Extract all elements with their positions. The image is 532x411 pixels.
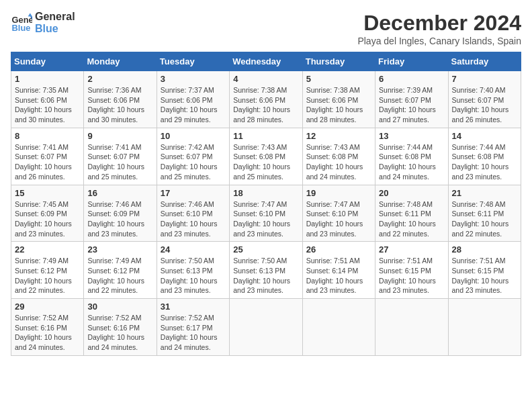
day-info: Sunrise: 7:46 AM Sunset: 6:10 PM Dayligh…: [161, 199, 226, 239]
day-number: 30: [87, 302, 152, 312]
calendar-cell: 25Sunrise: 7:50 AM Sunset: 6:13 PM Dayli…: [230, 242, 302, 299]
calendar-cell: 26Sunrise: 7:51 AM Sunset: 6:14 PM Dayli…: [302, 242, 375, 299]
day-info: Sunrise: 7:48 AM Sunset: 6:11 PM Dayligh…: [379, 199, 444, 239]
day-number: 3: [161, 74, 226, 84]
day-info: Sunrise: 7:49 AM Sunset: 6:12 PM Dayligh…: [15, 256, 80, 295]
calendar-cell: 3Sunrise: 7:37 AM Sunset: 6:06 PM Daylig…: [157, 71, 229, 128]
calendar-cell: 13Sunrise: 7:44 AM Sunset: 6:08 PM Dayli…: [375, 128, 448, 185]
day-info: Sunrise: 7:43 AM Sunset: 6:08 PM Dayligh…: [233, 142, 298, 182]
calendar-cell: 2Sunrise: 7:36 AM Sunset: 6:06 PM Daylig…: [84, 71, 157, 128]
day-info: Sunrise: 7:38 AM Sunset: 6:06 PM Dayligh…: [306, 85, 371, 125]
day-info: Sunrise: 7:52 AM Sunset: 6:17 PM Dayligh…: [161, 313, 226, 353]
calendar-cell: 7Sunrise: 7:40 AM Sunset: 6:07 PM Daylig…: [448, 71, 521, 128]
calendar-cell: 1Sunrise: 7:35 AM Sunset: 6:06 PM Daylig…: [11, 71, 84, 128]
weekday-header: Thursday: [302, 52, 375, 71]
day-number: 23: [87, 244, 152, 255]
day-info: Sunrise: 7:50 AM Sunset: 6:13 PM Dayligh…: [233, 256, 298, 295]
weekday-header: Sunday: [11, 52, 84, 71]
subtitle: Playa del Ingles, Canary Islands, Spain: [357, 36, 521, 46]
day-info: Sunrise: 7:47 AM Sunset: 6:10 PM Dayligh…: [306, 199, 371, 239]
day-number: 17: [161, 188, 226, 198]
weekday-header: Wednesday: [230, 52, 302, 71]
day-number: 1: [15, 74, 80, 84]
logo-icon: General Blue: [11, 12, 32, 34]
day-number: 15: [15, 188, 80, 198]
day-info: Sunrise: 7:40 AM Sunset: 6:07 PM Dayligh…: [452, 85, 517, 125]
calendar-cell: 21Sunrise: 7:48 AM Sunset: 6:11 PM Dayli…: [448, 185, 521, 242]
calendar-table: SundayMondayTuesdayWednesdayThursdayFrid…: [11, 52, 521, 356]
logo: General Blue General Blue: [11, 11, 75, 34]
calendar-week-row: 15Sunrise: 7:45 AM Sunset: 6:09 PM Dayli…: [11, 185, 521, 242]
day-number: 28: [452, 244, 517, 255]
day-number: 21: [452, 188, 517, 198]
weekday-header-row: SundayMondayTuesdayWednesdayThursdayFrid…: [11, 52, 521, 71]
calendar-cell: 15Sunrise: 7:45 AM Sunset: 6:09 PM Dayli…: [11, 185, 84, 242]
day-info: Sunrise: 7:47 AM Sunset: 6:10 PM Dayligh…: [233, 199, 298, 239]
weekday-header: Friday: [375, 52, 448, 71]
day-info: Sunrise: 7:49 AM Sunset: 6:12 PM Dayligh…: [87, 256, 152, 295]
day-number: 14: [452, 131, 517, 141]
calendar-cell: 29Sunrise: 7:52 AM Sunset: 6:16 PM Dayli…: [11, 299, 84, 356]
calendar-week-row: 22Sunrise: 7:49 AM Sunset: 6:12 PM Dayli…: [11, 242, 521, 299]
calendar-week-row: 8Sunrise: 7:41 AM Sunset: 6:07 PM Daylig…: [11, 128, 521, 185]
calendar-cell: 5Sunrise: 7:38 AM Sunset: 6:06 PM Daylig…: [302, 71, 375, 128]
calendar-cell: 9Sunrise: 7:41 AM Sunset: 6:07 PM Daylig…: [84, 128, 157, 185]
day-number: 6: [379, 74, 444, 84]
day-info: Sunrise: 7:42 AM Sunset: 6:07 PM Dayligh…: [161, 142, 226, 182]
day-number: 9: [87, 131, 152, 141]
day-number: 24: [161, 244, 226, 255]
calendar-cell: 24Sunrise: 7:50 AM Sunset: 6:13 PM Dayli…: [157, 242, 229, 299]
calendar-cell: 20Sunrise: 7:48 AM Sunset: 6:11 PM Dayli…: [375, 185, 448, 242]
calendar-cell: 16Sunrise: 7:46 AM Sunset: 6:09 PM Dayli…: [84, 185, 157, 242]
page-header: General Blue General Blue December 2024 …: [11, 11, 521, 46]
day-number: 16: [87, 188, 152, 198]
calendar-cell: [448, 299, 521, 356]
calendar-cell: 14Sunrise: 7:44 AM Sunset: 6:08 PM Dayli…: [448, 128, 521, 185]
calendar-cell: 12Sunrise: 7:43 AM Sunset: 6:08 PM Dayli…: [302, 128, 375, 185]
title-area: December 2024 Playa del Ingles, Canary I…: [357, 11, 521, 46]
calendar-cell: 11Sunrise: 7:43 AM Sunset: 6:08 PM Dayli…: [230, 128, 302, 185]
day-info: Sunrise: 7:46 AM Sunset: 6:09 PM Dayligh…: [87, 199, 152, 239]
day-info: Sunrise: 7:35 AM Sunset: 6:06 PM Dayligh…: [15, 85, 80, 125]
calendar-cell: 10Sunrise: 7:42 AM Sunset: 6:07 PM Dayli…: [157, 128, 229, 185]
day-number: 13: [379, 131, 444, 141]
calendar-cell: 17Sunrise: 7:46 AM Sunset: 6:10 PM Dayli…: [157, 185, 229, 242]
day-info: Sunrise: 7:51 AM Sunset: 6:15 PM Dayligh…: [379, 256, 444, 295]
day-info: Sunrise: 7:45 AM Sunset: 6:09 PM Dayligh…: [15, 199, 80, 239]
svg-text:Blue: Blue: [12, 23, 31, 33]
day-info: Sunrise: 7:44 AM Sunset: 6:08 PM Dayligh…: [452, 142, 517, 182]
day-info: Sunrise: 7:52 AM Sunset: 6:16 PM Dayligh…: [87, 313, 152, 353]
logo-line1: General: [35, 11, 75, 23]
day-info: Sunrise: 7:44 AM Sunset: 6:08 PM Dayligh…: [379, 142, 444, 182]
calendar-cell: [230, 299, 302, 356]
calendar-cell: 8Sunrise: 7:41 AM Sunset: 6:07 PM Daylig…: [11, 128, 84, 185]
day-info: Sunrise: 7:41 AM Sunset: 6:07 PM Dayligh…: [15, 142, 80, 182]
day-info: Sunrise: 7:37 AM Sunset: 6:06 PM Dayligh…: [161, 85, 226, 125]
day-number: 2: [87, 74, 152, 84]
calendar-week-row: 1Sunrise: 7:35 AM Sunset: 6:06 PM Daylig…: [11, 71, 521, 128]
logo-line2: Blue: [35, 23, 75, 35]
calendar-cell: 18Sunrise: 7:47 AM Sunset: 6:10 PM Dayli…: [230, 185, 302, 242]
day-number: 29: [15, 302, 80, 312]
day-info: Sunrise: 7:36 AM Sunset: 6:06 PM Dayligh…: [87, 85, 152, 125]
calendar-cell: 4Sunrise: 7:38 AM Sunset: 6:06 PM Daylig…: [230, 71, 302, 128]
day-number: 11: [233, 131, 298, 141]
day-info: Sunrise: 7:38 AM Sunset: 6:06 PM Dayligh…: [233, 85, 298, 125]
calendar-cell: 6Sunrise: 7:39 AM Sunset: 6:07 PM Daylig…: [375, 71, 448, 128]
day-info: Sunrise: 7:41 AM Sunset: 6:07 PM Dayligh…: [87, 142, 152, 182]
day-info: Sunrise: 7:48 AM Sunset: 6:11 PM Dayligh…: [452, 199, 517, 239]
day-number: 8: [15, 131, 80, 141]
day-number: 19: [306, 188, 371, 198]
day-info: Sunrise: 7:52 AM Sunset: 6:16 PM Dayligh…: [15, 313, 80, 353]
day-number: 25: [233, 244, 298, 255]
day-info: Sunrise: 7:51 AM Sunset: 6:15 PM Dayligh…: [452, 256, 517, 295]
calendar-cell: 23Sunrise: 7:49 AM Sunset: 6:12 PM Dayli…: [84, 242, 157, 299]
day-number: 12: [306, 131, 371, 141]
calendar-cell: 27Sunrise: 7:51 AM Sunset: 6:15 PM Dayli…: [375, 242, 448, 299]
day-info: Sunrise: 7:51 AM Sunset: 6:14 PM Dayligh…: [306, 256, 371, 295]
day-number: 5: [306, 74, 371, 84]
weekday-header: Saturday: [448, 52, 521, 71]
weekday-header: Monday: [84, 52, 157, 71]
day-number: 31: [161, 302, 226, 312]
day-number: 18: [233, 188, 298, 198]
